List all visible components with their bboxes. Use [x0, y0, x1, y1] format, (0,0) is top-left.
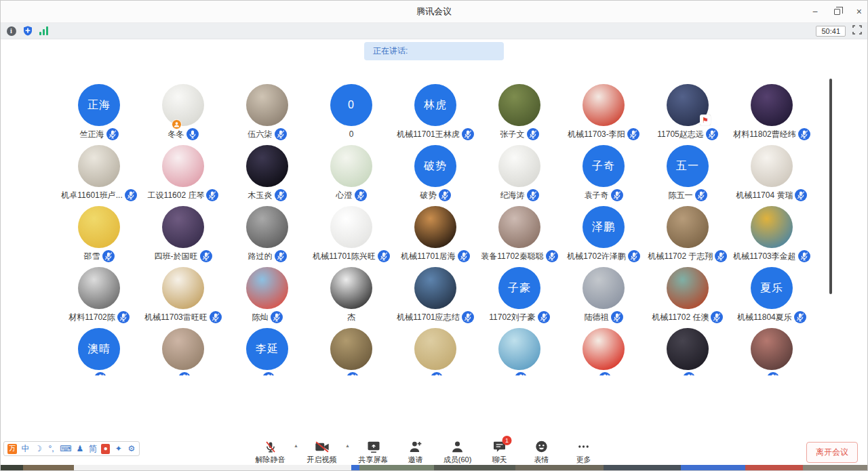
taskbar-window-segment[interactable]: [681, 465, 745, 470]
options-caret-icon[interactable]: ▲: [292, 443, 301, 448]
avatar: 泽鹏: [583, 206, 625, 248]
network-signal-icon[interactable]: [39, 26, 49, 36]
taskbar-window-segment[interactable]: [604, 465, 682, 470]
participant-tile[interactable]: 机械11704 黄瑞: [730, 145, 814, 206]
participant-tile[interactable]: 00: [309, 84, 393, 145]
close-button[interactable]: ×: [856, 7, 862, 16]
participant-name: 机械1702许泽鹏: [567, 251, 626, 262]
participant-tile[interactable]: 陆德祖: [561, 267, 646, 328]
status-bar: i 50:41: [1, 23, 867, 39]
participant-tile[interactable]: 装备11702秦聪聪: [477, 206, 561, 267]
participant-tile[interactable]: [309, 328, 393, 375]
participant-tile[interactable]: 工设11602 庄琴: [141, 145, 225, 206]
participant-tile[interactable]: 泽鹏机械1702许泽鹏: [561, 206, 646, 267]
participant-tile[interactable]: 夏乐机械11804夏乐: [730, 267, 814, 328]
ime-logo-icon[interactable]: 万: [7, 444, 17, 454]
participant-tile[interactable]: 五一陈五一: [646, 145, 730, 206]
ime-user-icon[interactable]: ♟: [75, 444, 84, 454]
avatar-photo: [498, 84, 540, 126]
participant-tile[interactable]: [646, 328, 730, 375]
shield-icon[interactable]: [22, 26, 33, 36]
avatar-initials: 林虎: [414, 84, 456, 126]
taskbar-window-segment[interactable]: [515, 465, 604, 470]
toolbar-chat-button[interactable]: 1聊天: [479, 440, 521, 465]
options-caret-icon[interactable]: ▲: [343, 443, 353, 448]
participant-name: 0: [349, 129, 354, 139]
taskbar-window-segment[interactable]: [803, 465, 867, 470]
participant-tile[interactable]: 木玉炎: [225, 145, 309, 206]
participant-tile[interactable]: 机械11702 任澳: [646, 267, 730, 328]
participant-tile[interactable]: [393, 328, 477, 375]
participant-tile[interactable]: [561, 328, 646, 375]
toolbar-mic-off-button[interactable]: 解除静音: [250, 440, 292, 465]
participant-tile[interactable]: 机械11701应志结: [393, 267, 477, 328]
ime-skin-icon[interactable]: ✦: [114, 444, 123, 454]
minimize-button[interactable]: −: [812, 7, 818, 16]
participant-tile[interactable]: 机械11701居海: [393, 206, 477, 267]
ime-simplified-icon[interactable]: 简: [88, 444, 97, 454]
taskbar-window-segment[interactable]: [434, 465, 515, 470]
fullscreen-icon[interactable]: [852, 25, 862, 37]
restore-button[interactable]: [834, 9, 840, 15]
participant-tile[interactable]: 机械11703李金超: [730, 206, 814, 267]
mic-muted-icon: [347, 372, 359, 375]
ime-fullhalf-icon[interactable]: ☽: [34, 444, 43, 454]
participant-tile[interactable]: 子豪11702刘子豪: [477, 267, 561, 328]
taskbar-window-segment[interactable]: [351, 465, 359, 470]
participant-tile[interactable]: 材料11702陈: [57, 267, 141, 328]
participant-tile[interactable]: 澳晴: [57, 328, 141, 375]
toolbar-more-button[interactable]: 更多: [563, 440, 605, 465]
avatar: 正海: [78, 84, 120, 126]
participant-tile[interactable]: 子奇袁子奇: [561, 145, 646, 206]
participant-tile[interactable]: 机械11703雷旺旺: [141, 267, 225, 328]
participant-tile[interactable]: 心澄: [309, 145, 393, 206]
ime-voice-icon[interactable]: ●: [101, 444, 110, 454]
toolbar-camera-off-button[interactable]: 开启视频: [301, 440, 343, 465]
participant-tile[interactable]: 机械11701陈兴旺: [309, 206, 393, 267]
participant-tile[interactable]: 冬冬: [141, 84, 225, 145]
participant-tile[interactable]: 伍六柒: [225, 84, 309, 145]
participant-tile[interactable]: [730, 328, 814, 375]
participant-tile[interactable]: 纪海涛: [477, 145, 561, 206]
toolbar-members-button[interactable]: 成员(60): [437, 440, 479, 465]
info-icon[interactable]: i: [6, 26, 16, 36]
avatar-photo: [667, 206, 709, 248]
participant-tile[interactable]: 材料11802曹经纬: [730, 84, 814, 145]
participant-tile[interactable]: 路过的: [225, 206, 309, 267]
toolbar-invite-button[interactable]: 邀请: [395, 440, 437, 465]
participant-name: 11702刘子豪: [489, 312, 535, 323]
participant-name-row: 0: [349, 127, 354, 141]
participant-tile[interactable]: 杰: [309, 267, 393, 328]
participant-tile[interactable]: [477, 328, 561, 375]
taskbar-window-segment[interactable]: [359, 465, 434, 470]
taskbar-window-segment[interactable]: [23, 465, 74, 470]
taskbar-window-segment[interactable]: [74, 465, 351, 470]
scrollbar-thumb[interactable]: [829, 79, 832, 294]
leave-meeting-button[interactable]: 离开会议: [806, 442, 858, 463]
participant-tile[interactable]: ⚑11705赵志远: [646, 84, 730, 145]
participant-tile[interactable]: 机械11702 于志翔: [646, 206, 730, 267]
participant-tile[interactable]: 邵雪: [57, 206, 141, 267]
participant-name-row: 材料11802曹经纬: [733, 127, 810, 141]
participant-tile[interactable]: 机械11703-李阳: [561, 84, 646, 145]
participant-tile[interactable]: [141, 328, 225, 375]
participant-tile[interactable]: 正海竺正海: [57, 84, 141, 145]
participant-tile[interactable]: 四班-於国旺: [141, 206, 225, 267]
taskbar-window-segment[interactable]: [745, 465, 803, 470]
participant-tile[interactable]: 机卓11601班卢...: [57, 145, 141, 206]
ime-lang-icon[interactable]: 中: [21, 444, 30, 454]
participant-tile[interactable]: 陈灿: [225, 267, 309, 328]
participant-name-row: 伍六柒: [248, 127, 287, 141]
toolbar-emoji-button[interactable]: 表情: [521, 440, 563, 465]
participant-tile[interactable]: 林虎机械11701王林虎: [393, 84, 477, 145]
participant-tile[interactable]: 李延: [225, 328, 309, 375]
ime-keyboard-icon[interactable]: ⌨: [60, 444, 71, 454]
toolbar-screen-share-button[interactable]: 共享屏幕: [353, 440, 395, 465]
ime-punct-icon[interactable]: °,: [47, 444, 56, 454]
mic-off-icon: [264, 440, 277, 453]
taskbar-window-segment[interactable]: [1, 465, 23, 470]
ime-settings-icon[interactable]: ⚙: [127, 444, 136, 454]
toolbar-button-label: 成员(60): [443, 455, 472, 465]
participant-tile[interactable]: 张子文: [477, 84, 561, 145]
participant-tile[interactable]: 破势破势: [393, 145, 477, 206]
